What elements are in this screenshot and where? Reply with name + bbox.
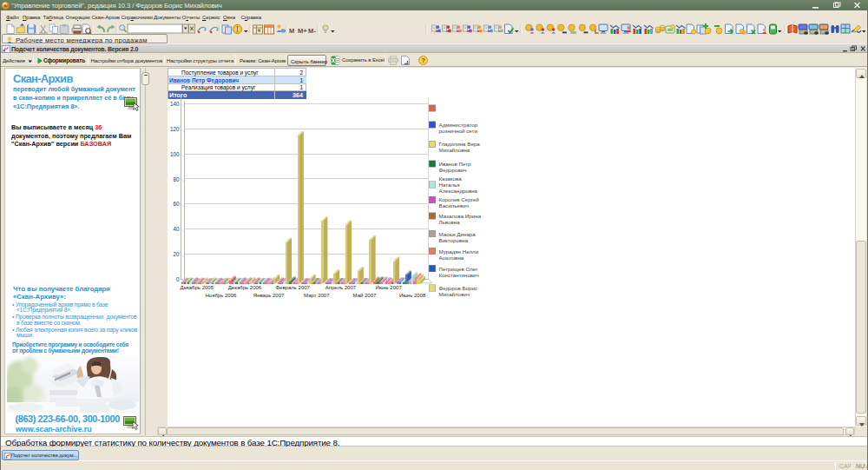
svg-text:Ашотовна: Ашотовна [439, 255, 464, 261]
svg-text:Константинович: Константинович [439, 272, 479, 278]
svg-text:Реализация товаров и услуг: Реализация товаров и услуг [181, 84, 256, 91]
svg-text:Петрищев Олег: Петрищев Олег [439, 266, 479, 272]
svg-text:Федоров Борис: Федоров Борис [439, 285, 477, 291]
svg-text:Михайловна: Михайловна [439, 147, 470, 153]
svg-text:Май 2007: Май 2007 [353, 293, 377, 298]
svg-text:Масюк Динара: Масюк Динара [439, 231, 477, 237]
svg-text:Март 2007: Март 2007 [304, 293, 330, 298]
svg-text:Львовна: Львовна [439, 219, 461, 225]
svg-text:Королев Сергей: Королев Сергей [439, 196, 480, 202]
svg-text:Мазалова Ирина: Мазалова Ирина [439, 213, 482, 219]
svg-text:0: 0 [176, 276, 180, 282]
svg-text:Федорович: Федорович [439, 167, 467, 173]
svg-text:60: 60 [173, 201, 180, 207]
svg-text:Администратор: Администратор [439, 122, 478, 128]
svg-text:20: 20 [173, 251, 180, 257]
svg-text:Михайлович: Михайлович [439, 291, 470, 297]
svg-text:Январь 2007: Январь 2007 [253, 293, 285, 298]
svg-text:80: 80 [173, 176, 180, 182]
svg-text:Наталья: Наталья [439, 182, 460, 188]
svg-text:розничной сети: розничной сети [439, 128, 478, 134]
svg-text:Февраль 2007: Февраль 2007 [275, 285, 310, 290]
svg-text:120: 120 [170, 126, 180, 132]
svg-text:M: M [289, 27, 294, 35]
svg-text:140: 140 [170, 101, 180, 107]
svg-text:Иванов Петр: Иванов Петр [439, 161, 471, 167]
svg-text:1: 1 [299, 84, 303, 90]
svg-text:M+: M+ [298, 27, 307, 35]
svg-text:Викторовна: Викторовна [439, 237, 469, 243]
svg-text:M-: M- [308, 27, 316, 35]
svg-text:Мурадян Нелли: Мурадян Нелли [439, 248, 479, 255]
svg-text:Васильевич: Васильевич [439, 202, 469, 209]
svg-text:Июнь 2007: Июнь 2007 [375, 285, 402, 290]
svg-text:2: 2 [299, 70, 303, 76]
svg-text:40: 40 [173, 226, 180, 232]
svg-text:Декабрь 2005: Декабрь 2005 [181, 285, 214, 290]
svg-text:Казакова: Казакова [439, 175, 463, 182]
svg-text:Декабрь 2006: Декабрь 2006 [228, 285, 262, 290]
svg-text:Ноябрь 2006: Ноябрь 2006 [205, 293, 236, 298]
svg-text:Александровна: Александровна [439, 188, 478, 194]
svg-text:Иванов Петр Федорович: Иванов Петр Федорович [169, 77, 239, 84]
svg-text:1: 1 [299, 77, 303, 83]
svg-text:Поступление товаров и услуг: Поступление товаров и услуг [181, 70, 259, 76]
svg-text:?: ? [421, 56, 425, 64]
svg-text:Гладилина Вера: Гладилина Вера [439, 141, 481, 147]
svg-text:Июнь 2008: Июнь 2008 [399, 293, 426, 298]
svg-text:Апрель 2007: Апрель 2007 [326, 285, 357, 290]
svg-text:100: 100 [170, 151, 180, 157]
